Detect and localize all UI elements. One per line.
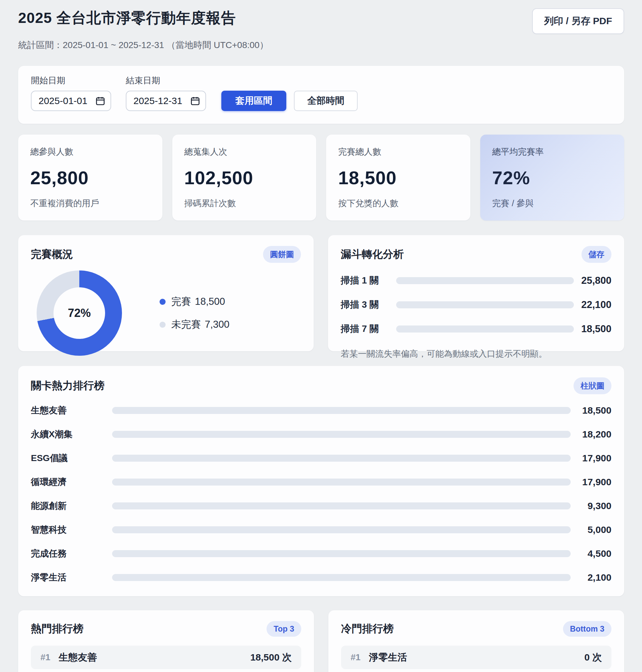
list-label: 淨零生活 [369, 651, 407, 664]
top3-badge: Top 3 [267, 621, 301, 637]
heat-row-value: 17,900 [571, 453, 612, 464]
list-value: 0 次 [585, 651, 602, 664]
legend-dot [159, 299, 166, 305]
funnel-row-value: 22,100 [574, 299, 612, 311]
heat-bar-track [112, 526, 571, 533]
heat-bar-track [112, 431, 571, 438]
kpi-label: 總平均完賽率 [492, 146, 612, 158]
heat-title: 關卡熱力排行榜 [31, 379, 104, 393]
heat-row: 智慧科技 5,000 [31, 524, 612, 536]
heat-row: 生態友善 18,500 [31, 405, 612, 417]
heat-bar-track [112, 550, 571, 557]
heat-bar-track [112, 407, 571, 414]
list-value: 18,500 次 [250, 651, 292, 664]
heat-row: 淨零生活 2,100 [31, 571, 612, 583]
legend-item-finished: 完賽 18,500 [159, 295, 230, 308]
list-item: #1 生態友善 18,500 次 [31, 646, 301, 669]
kpi-sub: 按下兌獎的人數 [338, 198, 458, 209]
heat-row: 循環經濟 17,900 [31, 476, 612, 488]
heat-row-value: 18,200 [571, 429, 612, 440]
funnel-card: 漏斗轉化分析 儲存 掃描 1 關 25,800 掃描 3 關 22,100 掃描… [328, 235, 624, 351]
calendar-icon[interactable] [190, 96, 200, 106]
kpi-sub: 掃碼累計次數 [184, 198, 305, 209]
funnel-bar-track [396, 301, 574, 308]
legend-label: 完賽 [171, 295, 191, 308]
heat-row-value: 5,000 [571, 524, 612, 535]
donut-center-label: 72% [68, 306, 91, 320]
bottom3-badge: Bottom 3 [563, 621, 612, 637]
list-item: #1 淨零生活 0 次 [341, 646, 612, 669]
header: 2025 全台北市淨零行動年度報告 列印 / 另存 PDF [18, 8, 624, 34]
kpi-row: 總參與人數 25,800 不重複消費的用戶 總蒐集人次 102,500 掃碼累計… [18, 135, 624, 221]
kpi-sub: 不重複消費的用戶 [30, 198, 150, 209]
funnel-bar-track [396, 277, 574, 284]
heat-row-value: 4,500 [571, 548, 612, 559]
funnel-row: 掃描 1 關 25,800 [341, 274, 612, 287]
funnel-rows: 掃描 1 關 25,800 掃描 3 關 22,100 掃描 7 關 18,50… [341, 274, 612, 335]
heat-row: 能源創新 9,300 [31, 500, 612, 512]
funnel-note: 若某一關流失率偏高，可能為動線或入口提示不明顯。 [341, 348, 612, 359]
report-date-range: 統計區間：2025-01-01 ~ 2025-12-31 （當地時間 UTC+0… [18, 39, 624, 51]
legend-item-unfinished: 未完賽 7,300 [159, 318, 230, 331]
kpi-card-participants: 總參與人數 25,800 不重複消費的用戶 [18, 135, 163, 221]
heat-bar-track [112, 574, 571, 581]
heat-row-label: 永續X潮集 [31, 428, 112, 440]
kpi-value: 25,800 [30, 167, 150, 188]
calendar-icon[interactable] [95, 96, 105, 106]
heat-row: ESG倡議 17,900 [31, 452, 612, 464]
heat-row-label: ESG倡議 [31, 452, 112, 464]
hot-ranking-title: 熱門排行榜 [31, 622, 84, 636]
kpi-label: 總蒐集人次 [184, 146, 305, 158]
end-date-field: 結束日期 [126, 75, 206, 111]
page-title: 2025 全台北市淨零行動年度報告 [18, 8, 236, 28]
all-time-button[interactable]: 全部時間 [294, 91, 358, 111]
kpi-card-completion-rate: 總平均完賽率 72% 完賽 / 參與 [480, 135, 625, 221]
heat-ranking-card: 關卡熱力排行榜 柱狀圖 生態友善 18,500 永續X潮集 18,200 ESG… [18, 366, 624, 596]
list-rank: #1 [40, 652, 50, 662]
kpi-value: 72% [492, 167, 612, 188]
heat-rows: 生態友善 18,500 永續X潮集 18,200 ESG倡議 17,900 循環… [31, 405, 612, 583]
funnel-row-value: 25,800 [574, 275, 612, 286]
bar-chart-badge: 柱狀圖 [574, 377, 612, 394]
funnel-row: 掃描 7 關 18,500 [341, 322, 612, 335]
heat-row: 完成任務 4,500 [31, 548, 612, 560]
print-pdf-button[interactable]: 列印 / 另存 PDF [532, 8, 624, 34]
cold-ranking-title: 冷門排行榜 [341, 622, 394, 636]
list-label: 生態友善 [59, 651, 97, 664]
funnel-bar-track [396, 326, 574, 332]
pie-chart-badge: 圓餅圖 [263, 246, 301, 263]
heat-row-value: 17,900 [571, 477, 612, 487]
heat-row-label: 完成任務 [31, 548, 112, 560]
kpi-card-collections: 總蒐集人次 102,500 掃碼累計次數 [172, 135, 317, 221]
heat-bar-track [112, 502, 571, 510]
heat-row: 永續X潮集 18,200 [31, 428, 612, 440]
funnel-row-value: 18,500 [574, 323, 612, 335]
legend-dot [159, 322, 166, 328]
heat-bar-track [112, 478, 571, 486]
completion-card: 完賽概況 圓餅圖 72% 完賽 18,500 [18, 235, 314, 351]
funnel-row-label: 掃描 3 關 [341, 299, 396, 311]
heat-row-label: 淨零生活 [31, 571, 112, 583]
completion-legend: 完賽 18,500 未完賽 7,300 [159, 295, 230, 331]
charts-row: 完賽概況 圓餅圖 72% 完賽 18,500 [18, 235, 624, 351]
end-date-label: 結束日期 [126, 75, 206, 86]
heat-bar-track [112, 455, 571, 462]
cold-ranking-rows: #1 淨零生活 0 次 #2 完成任務 0 次 #3 智慧科技 0 次 [341, 646, 612, 672]
kpi-card-finishers: 完賽總人數 18,500 按下兌獎的人數 [326, 135, 470, 221]
start-date-label: 開始日期 [31, 75, 111, 86]
filter-bar: 開始日期 結束日期 套用區間 全部時間 [18, 66, 624, 124]
heat-row-label: 循環經濟 [31, 476, 112, 488]
ranking-lists-row: 熱門排行榜 Top 3 #1 生態友善 18,500 次 #2 永續X潮集 18… [18, 610, 624, 672]
cold-ranking-card: 冷門排行榜 Bottom 3 #1 淨零生活 0 次 #2 完成任務 0 次 #… [328, 610, 624, 672]
funnel-row-label: 掃描 7 關 [341, 322, 396, 335]
kpi-value: 102,500 [184, 167, 305, 188]
funnel-row: 掃描 3 關 22,100 [341, 299, 612, 311]
apply-range-button[interactable]: 套用區間 [221, 91, 286, 111]
list-rank: #1 [351, 652, 360, 662]
heat-row-label: 智慧科技 [31, 524, 112, 536]
hot-ranking-card: 熱門排行榜 Top 3 #1 生態友善 18,500 次 #2 永續X潮集 18… [18, 610, 314, 672]
hot-ranking-rows: #1 生態友善 18,500 次 #2 永續X潮集 18,200 次 #3 ES… [31, 646, 301, 672]
kpi-label: 完賽總人數 [338, 146, 458, 158]
heat-row-value: 18,500 [571, 405, 612, 416]
completion-title: 完賽概況 [31, 247, 73, 262]
